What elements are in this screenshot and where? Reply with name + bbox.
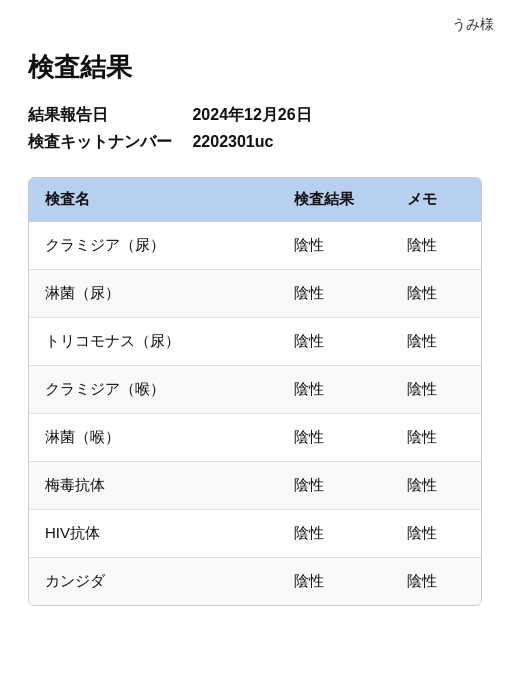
cell-name: カンジダ — [29, 558, 278, 606]
report-date-row: 結果報告日 2024年12月26日 — [28, 105, 482, 126]
meta-section: 結果報告日 2024年12月26日 検査キットナンバー 2202301uc — [28, 105, 482, 153]
cell-result: 陰性 — [278, 318, 391, 366]
report-date-label: 結果報告日 — [28, 105, 188, 126]
cell-result: 陰性 — [278, 414, 391, 462]
table-row: 淋菌（尿）陰性陰性 — [29, 270, 481, 318]
cell-memo: 陰性 — [391, 270, 481, 318]
table-header-row: 検査名 検査結果 メモ — [29, 178, 481, 222]
kit-number-row: 検査キットナンバー 2202301uc — [28, 132, 482, 153]
cell-memo: 陰性 — [391, 462, 481, 510]
table-row: カンジダ陰性陰性 — [29, 558, 481, 606]
col-header-memo: メモ — [391, 178, 481, 222]
table-body: クラミジア（尿）陰性陰性淋菌（尿）陰性陰性トリコモナス（尿）陰性陰性クラミジア（… — [29, 222, 481, 606]
report-date-value: 2024年12月26日 — [192, 106, 311, 123]
kit-number-label: 検査キットナンバー — [28, 132, 188, 153]
cell-memo: 陰性 — [391, 558, 481, 606]
col-header-result: 検査結果 — [278, 178, 391, 222]
results-table: 検査名 検査結果 メモ クラミジア（尿）陰性陰性淋菌（尿）陰性陰性トリコモナス（… — [29, 178, 481, 605]
page-title: 検査結果 — [28, 50, 482, 85]
cell-result: 陰性 — [278, 510, 391, 558]
user-label: うみ様 — [452, 16, 494, 34]
cell-result: 陰性 — [278, 222, 391, 270]
kit-number-value: 2202301uc — [192, 133, 273, 150]
cell-name: 梅毒抗体 — [29, 462, 278, 510]
cell-memo: 陰性 — [391, 510, 481, 558]
table-row: 梅毒抗体陰性陰性 — [29, 462, 481, 510]
table-row: クラミジア（喉）陰性陰性 — [29, 366, 481, 414]
cell-result: 陰性 — [278, 270, 391, 318]
cell-result: 陰性 — [278, 558, 391, 606]
cell-result: 陰性 — [278, 366, 391, 414]
table-row: トリコモナス（尿）陰性陰性 — [29, 318, 481, 366]
cell-memo: 陰性 — [391, 222, 481, 270]
page-content: 検査結果 結果報告日 2024年12月26日 検査キットナンバー 2202301… — [0, 0, 510, 634]
cell-memo: 陰性 — [391, 318, 481, 366]
results-table-container: 検査名 検査結果 メモ クラミジア（尿）陰性陰性淋菌（尿）陰性陰性トリコモナス（… — [28, 177, 482, 606]
table-row: クラミジア（尿）陰性陰性 — [29, 222, 481, 270]
cell-name: 淋菌（喉） — [29, 414, 278, 462]
cell-name: HIV抗体 — [29, 510, 278, 558]
table-row: 淋菌（喉）陰性陰性 — [29, 414, 481, 462]
cell-name: 淋菌（尿） — [29, 270, 278, 318]
cell-name: クラミジア（喉） — [29, 366, 278, 414]
cell-memo: 陰性 — [391, 366, 481, 414]
cell-memo: 陰性 — [391, 414, 481, 462]
cell-name: クラミジア（尿） — [29, 222, 278, 270]
table-row: HIV抗体陰性陰性 — [29, 510, 481, 558]
cell-result: 陰性 — [278, 462, 391, 510]
col-header-name: 検査名 — [29, 178, 278, 222]
cell-name: トリコモナス（尿） — [29, 318, 278, 366]
